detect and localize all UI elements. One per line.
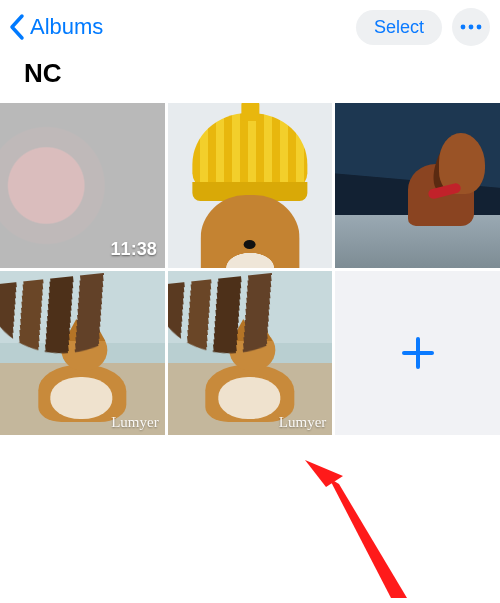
photo-grid: 11:38 Lumyer Lumye	[0, 103, 500, 435]
watermark: Lumyer	[279, 414, 326, 431]
grid-item-video[interactable]: 11:38	[0, 103, 165, 268]
back-label: Albums	[30, 14, 103, 40]
plus-icon	[401, 336, 435, 370]
thumbnail	[335, 103, 500, 268]
video-duration: 11:38	[111, 239, 157, 260]
thumbnail	[0, 271, 165, 436]
grid-item-photo[interactable]: Lumyer	[168, 271, 333, 436]
svg-point-2	[477, 25, 482, 30]
grid-item-photo[interactable]	[335, 103, 500, 268]
svg-marker-5	[305, 460, 343, 487]
more-button[interactable]	[452, 8, 490, 46]
watermark: Lumyer	[111, 414, 158, 431]
chevron-left-icon	[8, 13, 26, 41]
svg-point-1	[469, 25, 474, 30]
svg-point-0	[461, 25, 466, 30]
add-photo-button[interactable]	[335, 271, 500, 436]
back-button[interactable]: Albums	[8, 13, 103, 41]
nav-right: Select	[356, 8, 490, 46]
grid-item-photo[interactable]: Lumyer	[0, 271, 165, 436]
album-title: NC	[0, 54, 500, 103]
svg-marker-6	[329, 478, 407, 598]
select-button[interactable]: Select	[356, 10, 442, 45]
thumbnail	[168, 271, 333, 436]
grid-item-photo[interactable]	[168, 103, 333, 268]
ellipsis-icon	[460, 24, 482, 30]
annotation-arrow	[305, 460, 415, 600]
nav-bar: Albums Select	[0, 0, 500, 54]
thumbnail	[168, 103, 333, 268]
